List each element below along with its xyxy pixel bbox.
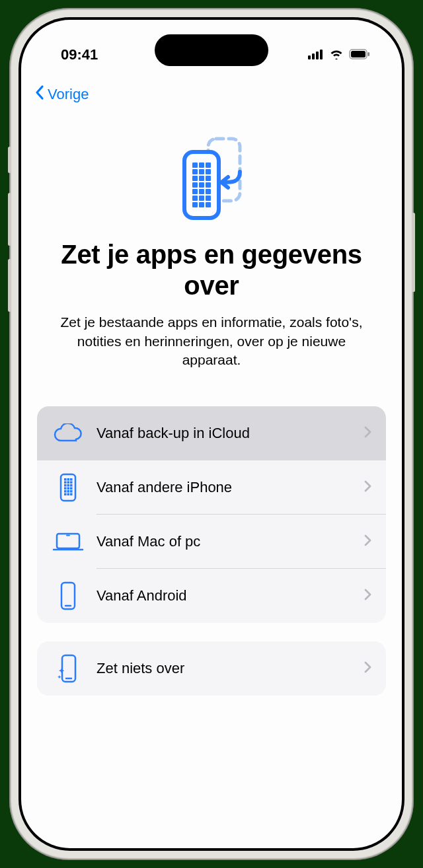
option-android[interactable]: Vanaf Android (37, 569, 386, 623)
option-icloud-backup[interactable]: Vanaf back-up in iCloud (37, 406, 386, 460)
svg-rect-32 (67, 478, 70, 481)
svg-rect-18 (192, 182, 198, 188)
svg-rect-17 (206, 176, 211, 181)
svg-rect-31 (64, 478, 67, 481)
chevron-right-icon (364, 589, 371, 603)
hero: Zet je apps en gegevens over Zet je best… (21, 104, 402, 369)
option-label: Vanaf back-up in iCloud (87, 425, 364, 442)
battery-icon (349, 46, 370, 63)
svg-rect-14 (206, 169, 211, 174)
chevron-left-icon (34, 85, 45, 104)
svg-rect-20 (206, 182, 211, 188)
transfer-icon (175, 136, 248, 223)
dynamic-island (155, 34, 268, 66)
svg-rect-0 (308, 55, 311, 59)
svg-rect-29 (206, 202, 211, 207)
svg-rect-42 (70, 488, 73, 490)
svg-rect-9 (192, 163, 198, 168)
volume-down-button (8, 259, 11, 312)
option-other-iphone[interactable]: Vanaf andere iPhone (37, 460, 386, 515)
option-transfer-nothing[interactable]: Zet niets over (37, 641, 386, 696)
svg-rect-26 (206, 196, 211, 201)
svg-rect-47 (67, 493, 70, 496)
transfer-options-group: Vanaf back-up in iCloud Vanaf andere iPh… (37, 406, 386, 623)
svg-rect-44 (67, 490, 70, 493)
chevron-right-icon (364, 480, 371, 495)
chevron-right-icon (364, 426, 371, 441)
svg-rect-34 (64, 482, 67, 484)
skip-group: Zet niets over (37, 641, 386, 696)
svg-rect-45 (70, 490, 73, 493)
option-label: Vanaf andere iPhone (87, 479, 364, 496)
svg-rect-25 (199, 196, 204, 201)
wifi-icon (329, 46, 344, 63)
svg-rect-33 (70, 478, 73, 481)
svg-rect-5 (351, 51, 365, 57)
svg-rect-21 (192, 189, 198, 194)
chevron-right-icon (364, 661, 371, 676)
svg-rect-13 (199, 169, 204, 174)
back-button[interactable]: Vorige (34, 85, 89, 104)
phone-frame: 09:41 Vo (9, 8, 414, 860)
option-label: Vanaf Android (87, 587, 364, 604)
svg-rect-41 (67, 488, 70, 490)
svg-rect-36 (70, 482, 73, 484)
phone-sparkle-icon (49, 654, 87, 683)
option-label: Zet niets over (87, 660, 364, 677)
svg-rect-15 (192, 176, 198, 181)
svg-rect-10 (199, 163, 204, 168)
svg-rect-1 (312, 54, 315, 59)
mute-switch (8, 147, 11, 173)
svg-rect-2 (316, 52, 319, 59)
svg-rect-24 (192, 196, 198, 201)
option-label: Vanaf Mac of pc (87, 533, 364, 550)
svg-rect-3 (320, 50, 323, 59)
chevron-right-icon (364, 534, 371, 549)
page-title: Zet je apps en gegevens over (50, 239, 373, 301)
status-time: 09:41 (61, 46, 98, 63)
laptop-icon (49, 531, 87, 552)
svg-rect-48 (70, 493, 73, 496)
cellular-icon (308, 46, 324, 63)
svg-rect-22 (199, 189, 204, 194)
phone-icon (49, 581, 87, 610)
svg-rect-16 (199, 176, 204, 181)
page-subtitle: Zet je bestaande apps en informatie, zoa… (50, 313, 373, 369)
cloud-icon (49, 423, 87, 443)
power-button (412, 213, 415, 292)
svg-rect-35 (67, 482, 70, 484)
option-mac-pc[interactable]: Vanaf Mac of pc (37, 515, 386, 569)
svg-rect-38 (67, 484, 70, 487)
iphone-icon (49, 473, 87, 502)
svg-rect-6 (368, 52, 370, 56)
svg-rect-23 (206, 189, 211, 194)
svg-rect-39 (70, 484, 73, 487)
svg-rect-12 (192, 169, 198, 174)
svg-rect-51 (66, 535, 70, 536)
svg-rect-43 (64, 490, 67, 493)
screen: 09:41 Vo (21, 20, 402, 848)
svg-rect-27 (192, 202, 198, 207)
back-label: Vorige (48, 86, 89, 103)
svg-rect-19 (199, 182, 204, 188)
svg-rect-11 (206, 163, 211, 168)
svg-rect-46 (64, 493, 67, 496)
svg-rect-37 (64, 484, 67, 487)
volume-up-button (8, 193, 11, 246)
svg-rect-28 (199, 202, 204, 207)
svg-rect-40 (64, 488, 67, 490)
